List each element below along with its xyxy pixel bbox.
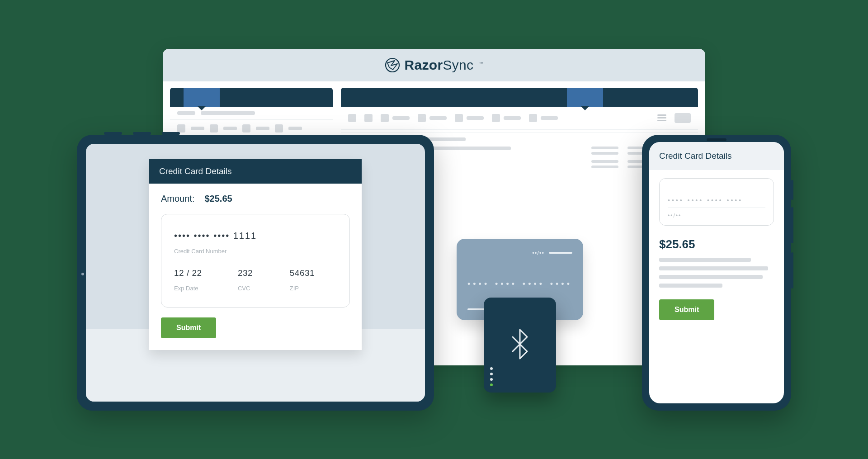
brand-name: RazorSync (405, 57, 474, 73)
card-dots-group: •••• (550, 279, 572, 289)
zip-label: ZIP (290, 285, 337, 292)
amount-value: $25.65 (204, 194, 232, 204)
brand-logo-icon (385, 57, 400, 73)
reader-status-lights (490, 367, 493, 386)
tablet-screen: Credit Card Details Amount: $25.65 •••• … (86, 144, 425, 402)
amount-label: Amount: (161, 194, 194, 204)
phone-card-frame: •••• •••• •••• •••• ••/•• (659, 178, 774, 226)
card-number-input[interactable]: •••• •••• •••• 1111 (174, 231, 337, 244)
phone-skeleton-lines (659, 258, 774, 288)
card-exp-hint: ••/•• (532, 250, 544, 256)
card-number-label: Credit Card Number (174, 248, 337, 255)
phone-form-title: Credit Card Details (649, 142, 784, 170)
skeleton-row (170, 107, 333, 120)
cvc-input[interactable]: 232 (238, 268, 277, 281)
menu-icon[interactable] (657, 114, 666, 121)
credit-card-form-title: Credit Card Details (149, 159, 362, 184)
exp-date-label: Exp Date (174, 285, 225, 292)
phone-screen: Credit Card Details •••• •••• •••• •••• … (649, 142, 784, 403)
phone-device: Credit Card Details •••• •••• •••• •••• … (642, 135, 791, 411)
zip-input[interactable]: 54631 (290, 268, 337, 281)
submit-button[interactable]: Submit (659, 299, 714, 320)
bluetooth-reader (484, 298, 556, 393)
desktop-titlebar: RazorSync ™ (163, 49, 705, 81)
card-dots-group: •••• (495, 279, 517, 289)
phone-card-exp[interactable]: ••/•• (668, 213, 765, 219)
toolbar-item[interactable] (348, 114, 356, 122)
left-tabs[interactable] (170, 88, 333, 107)
desktop-toolbar (341, 107, 698, 129)
exp-date-input[interactable]: 12 / 22 (174, 268, 225, 281)
toolbar-button[interactable] (675, 113, 691, 123)
left-active-tab[interactable] (184, 88, 220, 107)
phone-card-number[interactable]: •••• •••• •••• •••• (668, 197, 765, 208)
toolbar-item[interactable] (381, 114, 389, 122)
phone-amount-value: $25.65 (659, 237, 774, 251)
right-tabs[interactable] (341, 88, 698, 107)
cvc-label: CVC (238, 285, 277, 292)
brand: RazorSync ™ (385, 57, 484, 73)
card-reader-group: ••/•• •••• •••• •••• •••• (452, 239, 597, 411)
card-dots-group: •••• (523, 279, 545, 289)
right-active-tab[interactable] (567, 88, 603, 107)
toolbar-item[interactable] (364, 114, 373, 122)
submit-button[interactable]: Submit (161, 317, 216, 338)
toolbar-item[interactable] (455, 114, 463, 122)
credit-card-form: Credit Card Details Amount: $25.65 •••• … (149, 159, 362, 350)
card-dots-group: •••• (467, 279, 490, 289)
toolbar-item[interactable] (492, 114, 500, 122)
bluetooth-icon (508, 328, 532, 362)
brand-trademark: ™ (479, 57, 483, 66)
toolbar-item[interactable] (529, 114, 537, 122)
card-input-frame: •••• •••• •••• 1111 Credit Card Number 1… (161, 214, 350, 308)
toolbar-item[interactable] (418, 114, 426, 122)
tablet-device: Credit Card Details Amount: $25.65 •••• … (77, 135, 434, 411)
